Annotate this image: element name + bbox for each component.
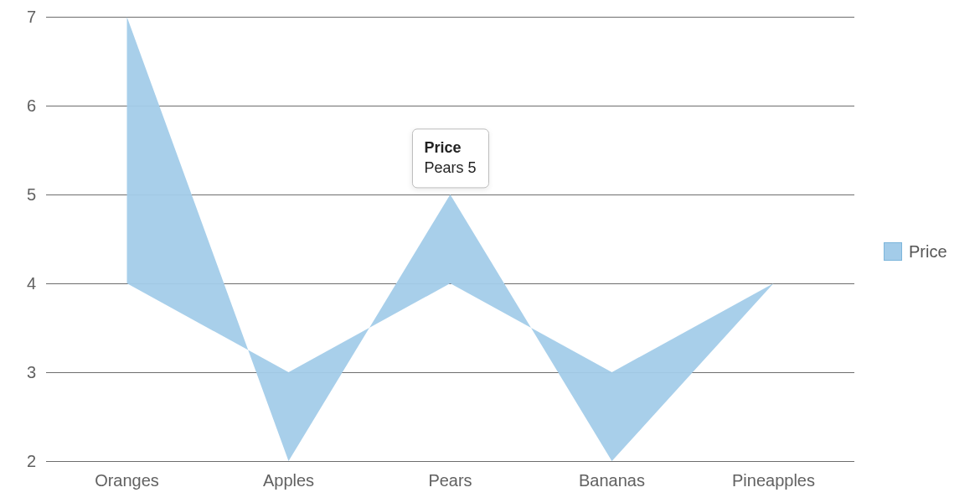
area-series-price[interactable] xyxy=(127,17,774,461)
tooltip: Price Pears 5 xyxy=(411,128,488,188)
y-tick-label: 6 xyxy=(27,96,36,116)
plot-area[interactable]: 234567OrangesApplesPearsBananasPineapple… xyxy=(46,17,854,461)
tooltip-category: Pears xyxy=(424,160,463,177)
legend-swatch xyxy=(884,242,902,261)
y-tick-label: 4 xyxy=(27,274,36,293)
tooltip-body: Pears 5 xyxy=(424,158,476,179)
tooltip-title: Price xyxy=(424,137,476,158)
legend: Price xyxy=(884,0,947,503)
legend-item-price[interactable]: Price xyxy=(884,242,947,262)
tooltip-value: 5 xyxy=(468,160,477,177)
legend-label: Price xyxy=(909,242,947,262)
x-tick-label: Bananas xyxy=(579,471,645,490)
x-tick-label: Pears xyxy=(428,471,472,490)
area-chart: 234567OrangesApplesPearsBananasPineapple… xyxy=(0,0,980,503)
x-tick-label: Oranges xyxy=(95,471,159,490)
x-tick-label: Apples xyxy=(263,471,314,490)
plot-svg xyxy=(46,17,854,461)
x-tick-label: Pineapples xyxy=(732,471,815,490)
y-tick-label: 3 xyxy=(27,363,36,382)
y-tick-label: 2 xyxy=(27,452,36,471)
y-tick-label: 5 xyxy=(27,185,36,205)
y-tick-label: 7 xyxy=(27,8,36,27)
